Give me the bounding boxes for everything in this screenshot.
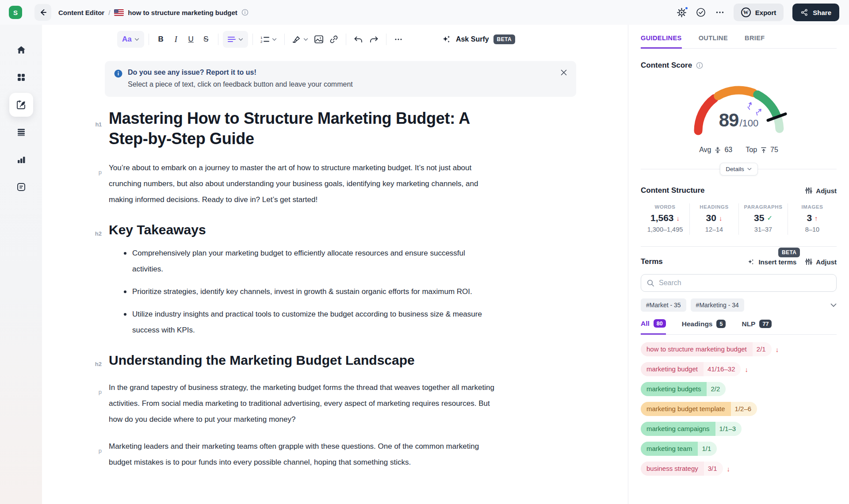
insert-link-button[interactable] <box>326 31 341 48</box>
terms-title: Terms <box>641 257 663 266</box>
document-h1[interactable]: h1 Mastering How to Structure Marketing … <box>109 108 498 149</box>
sidebar-item-analytics[interactable] <box>9 148 33 172</box>
structure-adjust-button[interactable]: Adjust <box>805 187 837 195</box>
terms-search[interactable] <box>641 274 837 292</box>
italic-button[interactable]: I <box>168 31 184 48</box>
topic-chip[interactable]: #Marketing - 34 <box>691 298 744 312</box>
block-type-label: p <box>88 443 102 459</box>
avg-marker-icon <box>747 102 752 110</box>
info-icon[interactable] <box>696 62 703 69</box>
list-item[interactable]: Utilize industry insights and practical … <box>109 306 487 338</box>
stat-paragraphs: PARAGRAPHS 35✓ 31–37 <box>738 203 788 235</box>
insert-terms-button[interactable]: BETA Insert terms <box>747 258 796 266</box>
topic-chip[interactable]: #Market - 35 <box>641 298 686 312</box>
takeaways-list[interactable]: Comprehensively plan your marketing budg… <box>109 245 628 338</box>
editor-area: Aa B I U S 12 <box>42 25 628 504</box>
breadcrumb-root[interactable]: Content Editor <box>58 9 104 16</box>
guidelines-panel: GUIDELINES OUTLINE BRIEF Content Score <box>628 25 849 504</box>
sidebar-item-apps[interactable] <box>9 65 33 89</box>
toolbar-divider <box>386 34 386 45</box>
document-paragraph[interactable]: p In the grand tapestry of business stra… <box>109 380 494 428</box>
sparkles-icon <box>442 34 451 44</box>
sidebar-item-home[interactable] <box>9 38 33 62</box>
settings-button[interactable] <box>677 8 687 18</box>
term-chip-row[interactable]: marketing budgets2/2 <box>641 382 837 396</box>
beta-badge: BETA <box>778 248 800 257</box>
alignment-dropdown[interactable] <box>223 31 248 48</box>
document-paragraph[interactable]: p Marketing leaders and their marketing … <box>109 439 494 470</box>
terms-adjust-button[interactable]: Adjust <box>805 258 837 266</box>
toolbar-more-button[interactable] <box>391 31 406 48</box>
list-item[interactable]: Comprehensively plan your marketing budg… <box>109 245 487 277</box>
export-button[interactable]: W Export <box>734 4 784 21</box>
breadcrumb-separator: / <box>108 9 110 16</box>
document-body[interactable]: h1 Mastering How to Structure Marketing … <box>42 108 628 470</box>
text-style-dropdown[interactable]: Aa <box>117 31 144 48</box>
document-title[interactable]: how to structure marketing budget <box>128 9 237 16</box>
term-chip-row[interactable]: marketing budget template1/2–6 <box>641 402 837 416</box>
term-count: 2/1 <box>753 342 772 356</box>
terms-actions: BETA Insert terms Adjust <box>747 258 837 266</box>
term-chip-row[interactable]: marketing budget41/16–32↓ <box>641 362 837 376</box>
bold-button[interactable]: B <box>153 31 168 48</box>
undo-button[interactable] <box>351 31 366 48</box>
filter-tab-headings[interactable]: Headings 5 <box>682 319 726 334</box>
info-filled-icon <box>114 69 122 78</box>
sidebar-item-audit[interactable] <box>9 175 33 199</box>
surfer-logo[interactable]: S <box>9 6 22 19</box>
terms-header: Terms BETA Insert terms Adjust <box>641 257 837 266</box>
top-benchmark: Top 75 <box>746 146 778 154</box>
ask-surfy-button[interactable]: Ask Surfy BETA <box>442 34 515 44</box>
term-chip-row[interactable]: business strategy3/1↓ <box>641 462 837 476</box>
redo-icon <box>369 36 379 43</box>
term-chip-row[interactable]: how to structure marketing budget2/1↓ <box>641 342 837 356</box>
term-label: business strategy <box>641 462 704 476</box>
search-input[interactable] <box>659 279 830 287</box>
document-paragraph[interactable]: p You’re about to embark on a journey to… <box>109 160 494 208</box>
undo-icon <box>354 36 363 43</box>
tab-brief[interactable]: BRIEF <box>745 34 765 48</box>
document-h2-takeaways[interactable]: h2 Key Takeaways <box>109 221 498 238</box>
term-chip-row[interactable]: marketing campaigns1/1–3 <box>641 422 837 436</box>
block-type-label: h1 <box>88 115 102 135</box>
close-icon[interactable] <box>560 69 567 76</box>
sidebar-item-documents[interactable] <box>9 120 33 144</box>
export-label: Export <box>755 9 776 16</box>
term-chip-row[interactable]: marketing team1/1 <box>641 442 837 456</box>
expand-topics-button[interactable] <box>830 303 837 307</box>
feedback-banner: Do you see any issue? Report it to us! S… <box>105 61 576 97</box>
redo-button[interactable] <box>366 31 382 48</box>
rows-icon <box>16 127 27 137</box>
chevron-down-icon <box>830 303 837 307</box>
banner-subtitle: Select a piece of text, click on feedbac… <box>128 80 552 88</box>
details-button[interactable]: Details <box>719 163 757 176</box>
back-button[interactable] <box>34 4 51 21</box>
term-count: 3/1 <box>704 462 723 476</box>
stat-words: WORDS 1,563↓ 1,300–1,495 <box>641 203 689 235</box>
beta-badge: BETA <box>493 34 515 44</box>
filter-tab-nlp[interactable]: NLP 77 <box>742 319 772 334</box>
info-icon[interactable] <box>241 9 249 16</box>
share-button[interactable]: Share <box>792 4 839 21</box>
list-item[interactable]: Prioritize strategies, identify key chan… <box>109 284 487 300</box>
highlight-dropdown[interactable] <box>289 31 311 48</box>
more-menu-button[interactable] <box>715 8 725 17</box>
filter-tab-all[interactable]: All 80 <box>641 319 666 335</box>
term-count: 2/2 <box>707 382 726 396</box>
tasks-button[interactable] <box>696 7 706 18</box>
score-denominator: /100 <box>739 118 758 129</box>
term-label: marketing campaigns <box>641 422 715 436</box>
tab-outline[interactable]: OUTLINE <box>699 34 728 48</box>
underline-button[interactable]: U <box>184 31 199 48</box>
top-bar: S Content Editor / how to structure mark… <box>0 0 849 25</box>
strikethrough-button[interactable]: S <box>199 31 214 48</box>
insert-image-button[interactable] <box>311 31 326 48</box>
tab-guidelines[interactable]: GUIDELINES <box>641 34 682 49</box>
list-dropdown[interactable]: 12 <box>257 31 280 48</box>
document-h2-landscape[interactable]: h2 Understanding the Marketing Budget La… <box>109 352 498 369</box>
avg-benchmark: Avg 63 <box>699 146 732 154</box>
sidebar-item-content-editor[interactable] <box>9 93 33 117</box>
count-badge: 80 <box>654 319 666 328</box>
content-structure-title: Content Structure <box>641 186 705 195</box>
svg-text:1: 1 <box>260 36 263 40</box>
